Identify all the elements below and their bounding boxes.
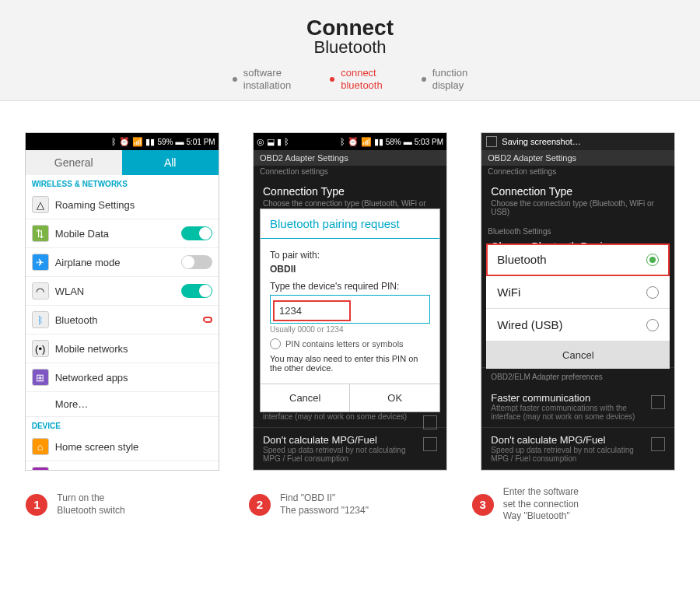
dot-icon: [330, 77, 334, 82]
settings-screen: OBD2 Adapter Settings Connection setting…: [254, 150, 446, 470]
cancel-button[interactable]: Cancel: [486, 342, 670, 369]
screen-sub: Connection settings: [254, 166, 446, 177]
bluetooth-icon: ᛒ: [111, 137, 117, 146]
status-bar: ◎ ⬓ ▮ ᛒ ᛒ ⏰ 📶 ▮▮ 58% ▬ 5:03 PM: [254, 133, 446, 150]
option-bluetooth[interactable]: Bluetooth: [486, 243, 670, 276]
settings-screen: OBD2 Adapter Settings Connection setting…: [481, 150, 674, 470]
option-wired[interactable]: Wired (USB): [486, 309, 670, 342]
bg-item-mpg[interactable]: Don't calculate MPG/Fuel Speed up data r…: [481, 428, 674, 470]
step-3: 3 Enter the softwareset the connectionWa…: [472, 486, 674, 523]
tabs: General All: [26, 150, 219, 175]
bg-item-mpg[interactable]: Don't calculate MPG/Fuel Speed up data r…: [254, 428, 446, 470]
battery-icon: ▬: [404, 137, 412, 146]
pin-label: Type the device's required PIN:: [270, 281, 430, 292]
airplane-icon: ✈: [32, 254, 49, 271]
screen-sub: Connection settings: [481, 166, 674, 177]
apps-icon: ⊞: [32, 369, 49, 386]
step-badge: 1: [26, 494, 47, 516]
checkbox[interactable]: [423, 437, 437, 451]
row-networked-apps[interactable]: ⊞ Networked apps: [26, 363, 219, 392]
device-name: OBDII: [270, 264, 430, 275]
sound-icon: 🔊: [32, 467, 49, 470]
pin-input[interactable]: 1234: [274, 301, 350, 321]
home-icon: ⌂: [32, 438, 49, 455]
row-bluetooth[interactable]: ᛒ Bluetooth: [26, 306, 219, 335]
row-more[interactable]: More…: [26, 392, 219, 417]
checkbox[interactable]: [651, 395, 665, 409]
nav-item-software[interactable]: softwareinstallation: [233, 67, 291, 91]
pair-with-label: To pair with:: [270, 250, 430, 261]
dialog-title: Bluetooth pairing request: [261, 209, 439, 239]
signal-icon: ▮▮: [374, 137, 383, 147]
row-mobile-data[interactable]: ⇅ Mobile Data: [26, 219, 219, 248]
phone-3: Saving screenshot… OBD2 Adapter Settings…: [481, 132, 675, 471]
row-mobile-networks[interactable]: (•) Mobile networks: [26, 335, 219, 363]
bluetooth-icon: ᛒ: [340, 137, 345, 146]
cancel-button[interactable]: Cancel: [261, 384, 350, 412]
status-bar: ᛒ ⏰ 📶 ▮▮ 59% ▬ 5:01 PM: [26, 133, 219, 150]
phone-1: ᛒ ⏰ 📶 ▮▮ 59% ▬ 5:01 PM General All WIREL…: [25, 132, 219, 471]
signal-icon: ▮: [277, 137, 282, 147]
notif-icon: ⬓: [267, 137, 275, 147]
conn-type-title[interactable]: Connection Type: [254, 177, 446, 198]
phones-row: ᛒ ⏰ 📶 ▮▮ 59% ▬ 5:01 PM General All WIREL…: [0, 101, 700, 478]
radio-icon: [646, 319, 659, 331]
nav-item-function[interactable]: functiondisplay: [422, 67, 468, 91]
notif-icon: ◎: [257, 137, 264, 147]
bt-settings-label: Bluetooth Settings: [481, 226, 674, 237]
screen-header: OBD2 Adapter Settings: [481, 150, 674, 166]
highlight-circle: [203, 317, 212, 323]
phone-2: ◎ ⬓ ▮ ᛒ ᛒ ⏰ 📶 ▮▮ 58% ▬ 5:03 PM OBD2 Adap…: [253, 132, 447, 471]
row-home-style[interactable]: ⌂ Home screen style: [26, 433, 219, 461]
radio-icon: [270, 338, 281, 349]
option-wifi[interactable]: WiFi: [486, 276, 670, 309]
settings-list[interactable]: WIRELESS & NETWORKS △ Roaming Settings ⇅…: [26, 175, 219, 470]
wifi-icon: 📶: [132, 137, 143, 147]
step-1: 1 Turn on theBluetooth switch: [26, 486, 228, 523]
radio-icon: [646, 286, 659, 299]
row-sound[interactable]: 🔊 Sound: [26, 461, 219, 470]
dot-icon: [422, 77, 426, 82]
row-wlan[interactable]: ◠ WLAN: [26, 277, 219, 306]
step-nav: softwareinstallation connectbluetooth fu…: [0, 67, 700, 91]
ok-button[interactable]: OK: [349, 384, 439, 412]
pin-note: You may also need to enter this PIN on t…: [270, 354, 430, 373]
step-2: 2 Find "OBD II"The password "1234": [249, 486, 451, 523]
toggle-airplane[interactable]: [181, 255, 212, 269]
battery-pct: 58%: [386, 138, 401, 146]
wlan-icon: ◠: [32, 282, 49, 299]
battery-icon: ▬: [175, 137, 184, 146]
screen-header: OBD2 Adapter Settings: [254, 150, 446, 166]
status-time: 5:03 PM: [415, 138, 443, 146]
bluetooth-row-icon: ᛒ: [32, 311, 49, 328]
pairing-dialog: Bluetooth pairing request To pair with: …: [260, 208, 440, 412]
title-line2: Bluetooth: [0, 37, 700, 58]
screenshot-icon: [486, 136, 497, 147]
pin-hint: Usually 0000 or 1234: [270, 325, 430, 334]
page-title: Connect Bluetooth: [0, 16, 700, 58]
section-wireless: WIRELESS & NETWORKS: [26, 175, 219, 191]
conn-type-title[interactable]: Connection Type: [481, 177, 674, 198]
dot-icon: [233, 77, 237, 82]
tab-all[interactable]: All: [122, 150, 219, 175]
nav-item-connect[interactable]: connectbluetooth: [330, 67, 383, 91]
checkbox[interactable]: [651, 437, 665, 451]
section-device: DEVICE: [26, 417, 219, 433]
bg-item-faster[interactable]: Faster communication Attempt faster comm…: [481, 386, 674, 428]
alarm-icon: ⏰: [119, 137, 130, 147]
tab-general[interactable]: General: [26, 150, 122, 175]
toggle-wlan[interactable]: [181, 284, 212, 298]
footer-steps: 1 Turn on theBluetooth switch 2 Find "OB…: [0, 478, 700, 554]
pin-letters-checkbox[interactable]: PIN contains letters or symbols: [270, 338, 430, 349]
step-badge: 3: [472, 494, 494, 516]
alarm-icon: ⏰: [348, 137, 359, 147]
header-strip: Connect Bluetooth softwareinstallation c…: [0, 0, 700, 101]
antenna-icon: (•): [32, 340, 49, 357]
checkbox[interactable]: [423, 415, 437, 429]
radio-selected-icon: [646, 254, 659, 266]
wifi-icon: 📶: [361, 137, 372, 147]
row-airplane[interactable]: ✈ Airplane mode: [26, 248, 219, 277]
row-roaming[interactable]: △ Roaming Settings: [26, 191, 219, 219]
bg-item-prefs: OBD2/ELM Adapter preferences: [481, 367, 674, 386]
toggle-mobile-data[interactable]: [181, 226, 212, 240]
